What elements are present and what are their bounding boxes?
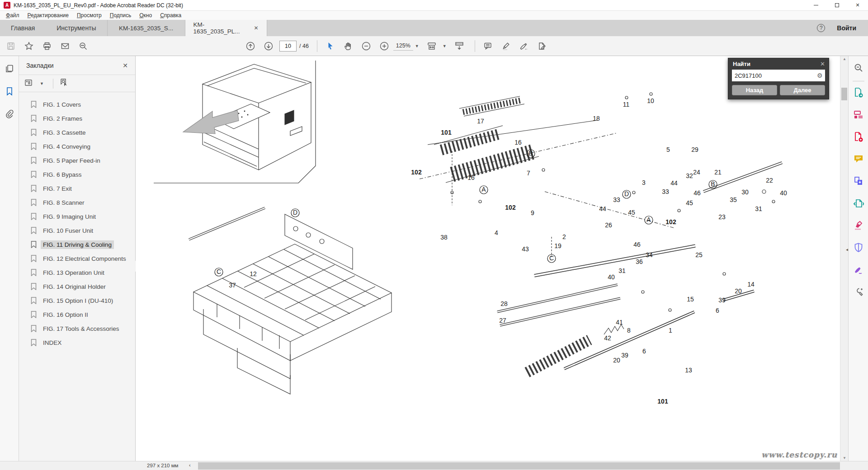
bookmark-item[interactable]: FIG. 17 Tools & Accessories — [31, 322, 132, 336]
bookmark-item[interactable]: FIG. 8 Scanner — [31, 196, 132, 210]
menu-item-2[interactable]: Просмотр — [73, 11, 106, 19]
hscroll-left-icon[interactable]: ‹ — [189, 462, 191, 468]
bookmark-label: FIG. 3 Cassette — [41, 128, 88, 137]
comment-button[interactable] — [479, 38, 497, 54]
tab-document-1[interactable]: KM-1635_2035_S... — [107, 20, 185, 36]
bookmark-item[interactable]: INDEX — [31, 336, 132, 350]
scroll-down-icon[interactable]: ▼ — [840, 456, 849, 460]
zoom-caret-icon[interactable]: ▼ — [415, 44, 419, 48]
tab-document-2-active[interactable]: KM-1635_2035_PL... ✕ — [185, 20, 267, 36]
bookmark-icon — [31, 185, 37, 192]
bookmark-item[interactable]: FIG. 2 Frames — [31, 112, 132, 126]
sign-in-button[interactable]: Войти — [837, 24, 856, 32]
save-button[interactable] — [2, 38, 20, 54]
page-thumbnails-icon[interactable] — [5, 64, 14, 75]
svg-text:102: 102 — [411, 169, 422, 176]
close-button[interactable]: ✕ — [847, 0, 868, 10]
svg-text:35: 35 — [730, 196, 737, 203]
export-pdf-icon[interactable] — [853, 87, 864, 100]
page-down-icon — [264, 41, 274, 51]
bookmark-item[interactable]: FIG. 14 Original Holder — [31, 280, 132, 294]
page-number-input[interactable]: 10 — [279, 41, 297, 52]
tab-close-icon[interactable]: ✕ — [254, 25, 259, 31]
zoom-in-button[interactable] — [375, 38, 393, 54]
protect-pdf-icon[interactable] — [853, 242, 864, 255]
bookmark-item[interactable]: FIG. 5 Paper Feed-in — [31, 154, 132, 168]
comment-icon[interactable] — [853, 154, 864, 166]
bookmark-item[interactable]: FIG. 15 Option I (DU-410) — [31, 294, 132, 308]
create-pdf-icon[interactable] — [853, 132, 864, 144]
help-icon[interactable]: ? — [817, 24, 825, 32]
svg-text:26: 26 — [605, 221, 612, 229]
bookmark-item[interactable]: FIG. 9 Imaging Unit — [31, 210, 132, 224]
bookmark-options-button[interactable] — [24, 79, 34, 89]
bookmark-search-button[interactable] — [59, 78, 69, 89]
combine-files-icon[interactable] — [853, 176, 864, 188]
menu-item-3[interactable]: Подпись — [106, 11, 136, 19]
minimize-button[interactable] — [806, 0, 826, 10]
pdf-page[interactable]: 1710116B1811105292410216A744322122403035… — [136, 56, 840, 461]
star-button[interactable] — [20, 38, 38, 54]
bookmark-item[interactable]: FIG. 4 Conveying — [31, 140, 132, 154]
menu-item-5[interactable]: Справка — [156, 11, 185, 19]
bookmark-item[interactable]: FIG. 3 Cassette — [31, 126, 132, 140]
highlight-icon[interactable] — [853, 220, 864, 233]
bookmark-item[interactable]: FIG. 1 Covers — [31, 98, 132, 112]
highlight-button[interactable] — [497, 38, 515, 54]
bookmark-item[interactable]: FIG. 7 Exit — [31, 182, 132, 196]
bookmarks-close-icon[interactable]: ✕ — [123, 62, 128, 69]
bookmark-item[interactable]: FIG. 11 Driving & Cooling — [31, 238, 132, 252]
vertical-scrollbar[interactable]: ▲ ▼ — [840, 56, 848, 461]
tab-home[interactable]: Главная — [0, 20, 46, 36]
find-next-button[interactable]: Далее — [780, 85, 825, 95]
svg-text:27: 27 — [499, 317, 506, 324]
fit-width-icon — [426, 41, 437, 51]
scroll-up-icon[interactable]: ▲ — [840, 57, 849, 61]
maximize-button[interactable] — [826, 0, 847, 10]
zoom-level-value[interactable]: 125% — [393, 41, 413, 51]
find-close-icon[interactable]: ✕ — [820, 61, 825, 67]
svg-text:2: 2 — [562, 233, 566, 240]
fit-width-button[interactable] — [423, 38, 441, 54]
svg-text:3: 3 — [642, 179, 646, 186]
search-button[interactable] — [74, 38, 92, 54]
edit-pdf-icon[interactable] — [853, 109, 864, 122]
print-button[interactable] — [38, 38, 56, 54]
email-button[interactable] — [56, 38, 74, 54]
menu-item-4[interactable]: Окно — [135, 11, 156, 19]
bookmark-options-caret-icon[interactable]: ▼ — [40, 81, 44, 86]
fill-sign-icon[interactable] — [853, 264, 864, 277]
sign-button[interactable] — [515, 38, 533, 54]
bookmark-item[interactable]: FIG. 10 Fuser Unit — [31, 224, 132, 238]
more-tools-icon[interactable] — [853, 287, 864, 299]
vertical-scroll-thumb[interactable] — [841, 88, 847, 100]
fit-caret-icon[interactable]: ▼ — [443, 44, 447, 48]
bookmark-label: FIG. 13 Operation Unit — [41, 268, 107, 277]
bookmark-item[interactable]: FIG. 6 Bypass — [31, 168, 132, 182]
bookmarks-icon[interactable] — [5, 87, 14, 98]
zoom-out-button[interactable] — [357, 38, 375, 54]
find-options-gear-icon[interactable]: ⚙ — [817, 72, 826, 79]
bookmark-icon — [31, 143, 37, 150]
bookmark-item[interactable]: FIG. 16 Option II — [31, 308, 132, 322]
tab-tools[interactable]: Инструменты — [46, 20, 107, 36]
find-search-input[interactable] — [732, 72, 817, 79]
bookmark-item[interactable]: FIG. 13 Operation Unit — [31, 266, 132, 280]
bookmark-icon — [31, 311, 37, 318]
svg-text:43: 43 — [522, 245, 529, 253]
bookmark-item[interactable]: FIG. 12 Electrical Components — [31, 252, 132, 266]
svg-text:7: 7 — [527, 169, 530, 177]
menu-item-1[interactable]: Редактирование — [24, 11, 73, 19]
next-page-button[interactable] — [259, 38, 278, 54]
edit-document-button[interactable] — [533, 38, 551, 54]
search-icon[interactable] — [853, 62, 864, 75]
menu-item-0[interactable]: Файл — [2, 11, 24, 19]
attachments-icon[interactable] — [5, 109, 14, 120]
compress-pdf-icon[interactable] — [853, 198, 864, 211]
hand-tool-button[interactable] — [339, 38, 357, 54]
select-tool-button[interactable] — [321, 38, 339, 54]
previous-page-button[interactable] — [241, 38, 259, 54]
find-back-button[interactable]: Назад — [732, 85, 777, 95]
horizontal-scrollbar[interactable] — [198, 462, 840, 470]
fit-page-button[interactable] — [450, 38, 468, 54]
